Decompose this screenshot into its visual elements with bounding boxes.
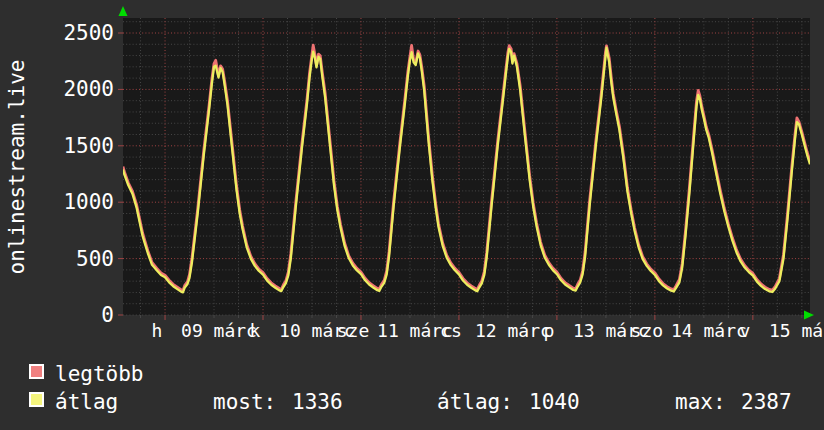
x-tick-label-weekday: h	[152, 320, 163, 342]
y-tick-label: 1500	[36, 135, 114, 157]
x-tick-label-weekday: p	[543, 320, 554, 342]
stat-atlag-value: 1040	[529, 390, 580, 414]
graph-panel: onlinestream.live 25002000150010005000 0…	[0, 0, 824, 430]
x-tick-label-weekday: sze	[337, 320, 370, 342]
y-tick-label: 500	[36, 248, 114, 270]
x-tick-label-weekday: cs	[440, 320, 462, 342]
stat-most-value: 1336	[292, 390, 343, 414]
legend-label-legtobb: legtöbb	[55, 362, 144, 386]
y-tick-label: 0	[36, 304, 114, 326]
x-tick-label-weekday: szo	[631, 320, 664, 342]
stat-max-value: 2387	[741, 390, 792, 414]
x-tick-label-date: 09 márc	[181, 320, 257, 342]
stat-max-label: max:	[675, 390, 726, 414]
y-tick-label: 2000	[36, 78, 114, 100]
x-tick-label-weekday: v	[739, 320, 750, 342]
y-tick-label: 1000	[36, 191, 114, 213]
stat-most-label: most:	[213, 390, 276, 414]
legend-label-atlag: átlag	[55, 390, 118, 414]
x-tick-label-date: 14 márc	[671, 320, 747, 342]
y-tick-label: 2500	[36, 22, 114, 44]
x-tick-label-weekday: k	[250, 320, 261, 342]
plot-background	[123, 18, 810, 315]
stat-atlag-label: átlag:	[437, 390, 513, 414]
legend-swatch-legtobb	[29, 364, 44, 379]
x-tick-label-date: 15 márc	[769, 320, 824, 342]
x-tick-label-date: 12 márc	[475, 320, 551, 342]
legend-swatch-atlag	[29, 392, 44, 407]
y-axis-arrow-icon	[119, 6, 128, 16]
